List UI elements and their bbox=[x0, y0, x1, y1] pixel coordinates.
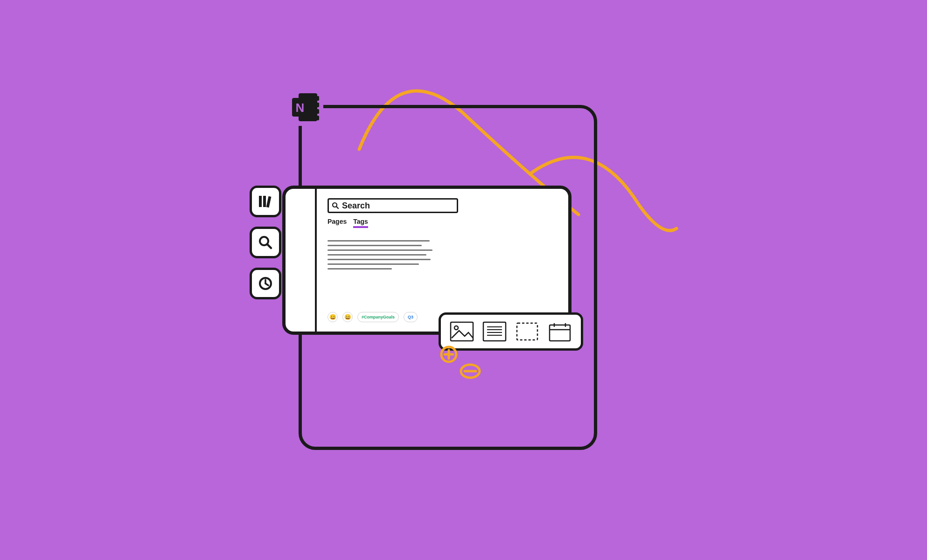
image-icon bbox=[450, 321, 474, 342]
insert-toolbar bbox=[439, 312, 583, 351]
svg-rect-2 bbox=[315, 103, 319, 107]
insert-placeholder-button[interactable] bbox=[514, 320, 541, 343]
emoji-chip-1[interactable]: 😀 bbox=[328, 312, 338, 322]
search-button[interactable] bbox=[250, 227, 281, 258]
tag-chip-companygoals[interactable]: #CompanyGoals bbox=[357, 312, 399, 322]
svg-rect-3 bbox=[315, 109, 319, 114]
tab-tags[interactable]: Tags bbox=[353, 218, 368, 228]
svg-rect-11 bbox=[266, 196, 272, 208]
svg-point-18 bbox=[454, 326, 458, 330]
recent-button[interactable] bbox=[250, 268, 281, 299]
onenote-logo: N bbox=[288, 89, 323, 126]
search-icon bbox=[332, 202, 339, 209]
svg-line-13 bbox=[267, 244, 271, 248]
search-placeholder-label: Search bbox=[342, 201, 370, 211]
svg-rect-25 bbox=[550, 325, 570, 341]
search-icon bbox=[258, 235, 273, 250]
svg-line-8 bbox=[336, 207, 338, 208]
insert-calendar-button[interactable] bbox=[546, 320, 573, 343]
library-button[interactable] bbox=[250, 186, 281, 217]
library-icon bbox=[257, 193, 274, 210]
side-icon-column bbox=[250, 186, 281, 299]
illustration-stage: N Search Pages Tags � bbox=[0, 0, 927, 560]
text-content-placeholder bbox=[328, 240, 435, 270]
calendar-icon bbox=[548, 321, 572, 342]
placeholder-icon bbox=[515, 321, 539, 342]
text-block-icon bbox=[482, 321, 507, 342]
svg-rect-9 bbox=[259, 196, 262, 207]
tag-chips-row: 😀 😄 #CompanyGoals Q3 bbox=[328, 312, 418, 322]
svg-line-16 bbox=[265, 283, 268, 285]
emoji-chip-2[interactable]: 😄 bbox=[342, 312, 353, 322]
svg-rect-17 bbox=[451, 322, 473, 341]
window-tabs: Pages Tags bbox=[328, 218, 559, 228]
svg-rect-1 bbox=[315, 96, 319, 101]
svg-rect-19 bbox=[483, 322, 506, 341]
insert-image-button[interactable] bbox=[448, 320, 475, 343]
svg-rect-10 bbox=[263, 196, 266, 207]
svg-rect-4 bbox=[315, 116, 319, 120]
svg-rect-24 bbox=[517, 323, 537, 340]
tag-chip-q3[interactable]: Q3 bbox=[404, 312, 418, 322]
window-sidebar-divider bbox=[315, 189, 317, 332]
search-input[interactable]: Search bbox=[328, 198, 458, 213]
tab-pages[interactable]: Pages bbox=[328, 218, 347, 228]
window-content: Search Pages Tags bbox=[328, 198, 559, 273]
svg-text:N: N bbox=[295, 101, 304, 115]
insert-text-button[interactable] bbox=[481, 320, 508, 343]
clock-icon bbox=[258, 276, 273, 291]
